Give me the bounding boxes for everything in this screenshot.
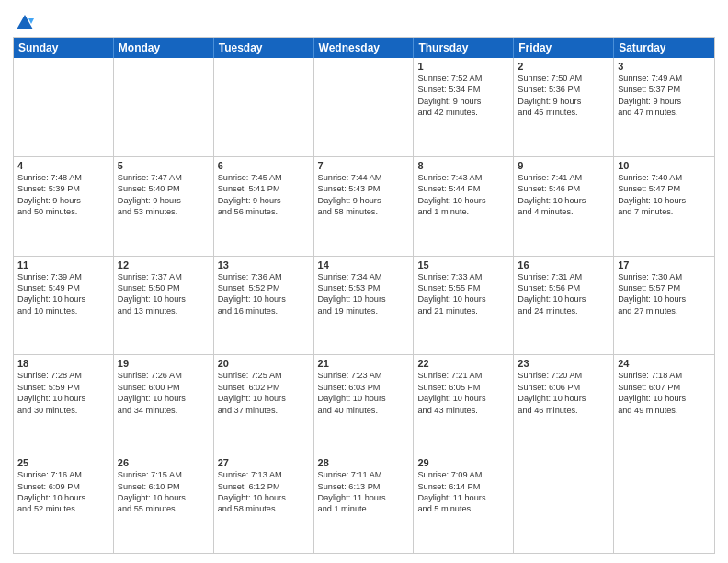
cell-line: Daylight: 10 hours (118, 293, 210, 304)
header-day-tuesday: Tuesday (214, 38, 314, 58)
cell-line: Sunset: 6:07 PM (618, 382, 711, 393)
day-cell-17: 17Sunrise: 7:30 AMSunset: 5:57 PMDayligh… (614, 257, 714, 355)
empty-cell-0-2 (214, 58, 314, 156)
cell-line: Sunrise: 7:45 AM (218, 172, 310, 183)
cell-line: Sunset: 5:53 PM (318, 282, 410, 293)
cell-line: Daylight: 10 hours (17, 393, 109, 404)
logo (13, 13, 35, 33)
cell-line: Sunset: 5:37 PM (618, 84, 711, 95)
cell-line: and 42 minutes. (417, 107, 509, 118)
cell-line: and 34 minutes. (118, 405, 210, 416)
cell-line: and 7 minutes. (618, 206, 711, 217)
day-cell-22: 22Sunrise: 7:21 AMSunset: 6:05 PMDayligh… (414, 355, 514, 454)
cell-line: and 27 minutes. (618, 305, 711, 316)
cell-line: Daylight: 10 hours (218, 293, 310, 304)
cell-line: Sunrise: 7:43 AM (417, 172, 509, 183)
calendar-header: SundayMondayTuesdayWednesdayThursdayFrid… (14, 38, 714, 58)
cell-line: Sunset: 5:52 PM (218, 282, 310, 293)
cell-line: Sunset: 6:12 PM (218, 481, 310, 492)
cell-line: Daylight: 10 hours (417, 195, 509, 206)
day-cell-27: 27Sunrise: 7:13 AMSunset: 6:12 PMDayligh… (214, 454, 314, 553)
cell-line: Sunrise: 7:52 AM (417, 73, 509, 84)
cell-line: and 40 minutes. (318, 405, 410, 416)
day-number: 24 (618, 358, 711, 369)
day-number: 28 (318, 457, 410, 468)
calendar-row-4: 25Sunrise: 7:16 AMSunset: 6:09 PMDayligh… (14, 454, 714, 553)
cell-line: Daylight: 10 hours (518, 393, 609, 404)
day-cell-14: 14Sunrise: 7:34 AMSunset: 5:53 PMDayligh… (314, 257, 415, 355)
day-cell-26: 26Sunrise: 7:15 AMSunset: 6:10 PMDayligh… (114, 454, 214, 553)
page: SundayMondayTuesdayWednesdayThursdayFrid… (0, 0, 728, 563)
cell-line: Daylight: 10 hours (417, 293, 509, 304)
cell-line: Sunset: 5:50 PM (118, 282, 210, 293)
calendar-row-0: 1Sunrise: 7:52 AMSunset: 5:34 PMDaylight… (14, 58, 714, 156)
cell-line: Sunrise: 7:30 AM (618, 271, 711, 282)
cell-line: Sunrise: 7:13 AM (218, 469, 310, 480)
cell-line: Daylight: 10 hours (518, 195, 609, 206)
day-number: 3 (618, 61, 711, 72)
cell-line: and 53 minutes. (118, 206, 210, 217)
cell-line: Sunset: 5:41 PM (218, 183, 310, 194)
cell-line: Sunset: 5:57 PM (618, 282, 711, 293)
day-cell-6: 6Sunrise: 7:45 AMSunset: 5:41 PMDaylight… (214, 157, 314, 256)
header-day-friday: Friday (514, 38, 614, 58)
cell-line: and 30 minutes. (17, 405, 109, 416)
cell-line: Sunrise: 7:25 AM (218, 370, 310, 381)
day-number: 15 (417, 259, 509, 270)
cell-line: and 50 minutes. (17, 206, 109, 217)
day-cell-24: 24Sunrise: 7:18 AMSunset: 6:07 PMDayligh… (614, 355, 714, 454)
cell-line: and 21 minutes. (417, 305, 509, 316)
day-cell-16: 16Sunrise: 7:31 AMSunset: 5:56 PMDayligh… (514, 257, 614, 355)
cell-line: and 58 minutes. (218, 503, 310, 514)
cell-line: Daylight: 9 hours (518, 96, 609, 107)
day-cell-28: 28Sunrise: 7:11 AMSunset: 6:13 PMDayligh… (314, 454, 415, 553)
cell-line: Sunset: 5:59 PM (17, 382, 109, 393)
cell-line: Sunset: 5:43 PM (318, 183, 410, 194)
day-number: 8 (417, 160, 509, 171)
cell-line: Daylight: 10 hours (17, 492, 109, 503)
cell-line: Sunset: 6:14 PM (417, 481, 509, 492)
header-day-thursday: Thursday (414, 38, 514, 58)
day-cell-3: 3Sunrise: 7:49 AMSunset: 5:37 PMDaylight… (614, 58, 714, 156)
cell-line: Sunset: 6:05 PM (417, 382, 509, 393)
header (13, 9, 715, 33)
cell-line: Daylight: 10 hours (218, 393, 310, 404)
day-number: 25 (17, 457, 109, 468)
day-cell-10: 10Sunrise: 7:40 AMSunset: 5:47 PMDayligh… (614, 157, 714, 256)
cell-line: Sunrise: 7:15 AM (118, 469, 210, 480)
day-number: 11 (17, 259, 109, 270)
cell-line: Sunset: 6:03 PM (318, 382, 410, 393)
cell-line: Sunrise: 7:23 AM (318, 370, 410, 381)
cell-line: Sunset: 6:00 PM (118, 382, 210, 393)
cell-line: Sunrise: 7:48 AM (17, 172, 109, 183)
cell-line: Daylight: 9 hours (118, 195, 210, 206)
day-cell-20: 20Sunrise: 7:25 AMSunset: 6:02 PMDayligh… (214, 355, 314, 454)
cell-line: Sunrise: 7:09 AM (417, 469, 509, 480)
day-number: 18 (17, 358, 109, 369)
day-number: 19 (118, 358, 210, 369)
cell-line: Sunrise: 7:41 AM (518, 172, 609, 183)
day-number: 12 (118, 259, 210, 270)
day-number: 17 (618, 259, 711, 270)
day-number: 29 (417, 457, 509, 468)
day-cell-12: 12Sunrise: 7:37 AMSunset: 5:50 PMDayligh… (114, 257, 214, 355)
day-number: 10 (618, 160, 711, 171)
cell-line: Sunrise: 7:16 AM (17, 469, 109, 480)
day-cell-25: 25Sunrise: 7:16 AMSunset: 6:09 PMDayligh… (14, 454, 114, 553)
day-number: 27 (218, 457, 310, 468)
cell-line: Sunset: 6:06 PM (518, 382, 609, 393)
cell-line: Sunset: 6:13 PM (318, 481, 410, 492)
cell-line: Sunset: 5:46 PM (518, 183, 609, 194)
cell-line: Sunrise: 7:39 AM (17, 271, 109, 282)
cell-line: Sunrise: 7:47 AM (118, 172, 210, 183)
day-cell-13: 13Sunrise: 7:36 AMSunset: 5:52 PMDayligh… (214, 257, 314, 355)
cell-line: and 13 minutes. (118, 305, 210, 316)
cell-line: and 46 minutes. (518, 405, 609, 416)
cell-line: Sunrise: 7:20 AM (518, 370, 609, 381)
cell-line: Sunrise: 7:44 AM (318, 172, 410, 183)
cell-line: Sunrise: 7:31 AM (518, 271, 609, 282)
calendar: SundayMondayTuesdayWednesdayThursdayFrid… (13, 37, 715, 554)
day-cell-18: 18Sunrise: 7:28 AMSunset: 5:59 PMDayligh… (14, 355, 114, 454)
cell-line: Daylight: 10 hours (618, 393, 711, 404)
cell-line: Sunset: 5:47 PM (618, 183, 711, 194)
